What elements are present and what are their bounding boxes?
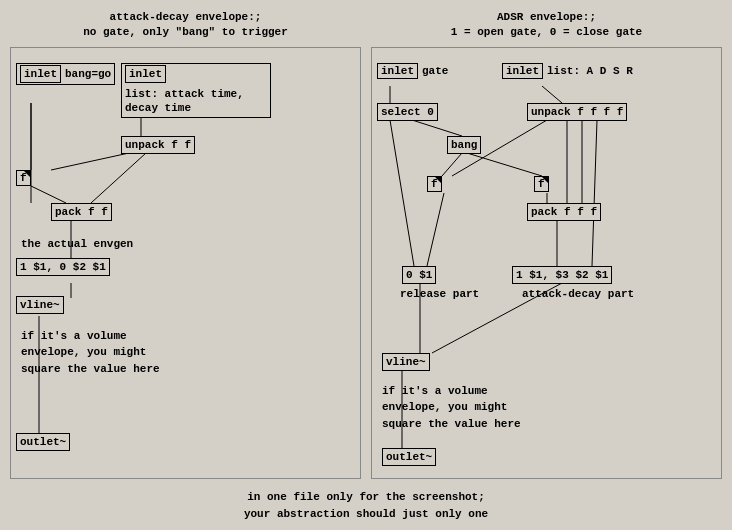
svg-line-5	[31, 186, 66, 203]
right-title-line2: 1 = open gate, 0 = close gate	[451, 26, 642, 38]
right-inlet2-label: inlet	[502, 63, 543, 79]
left-panel-title: attack-decay envelope:; no gate, only "b…	[10, 10, 361, 41]
right-vline: vline~	[382, 353, 430, 371]
footer: in one file only for the screenshot; you…	[244, 484, 488, 530]
svg-line-4	[91, 153, 146, 203]
footer-line1: in one file only for the screenshot;	[247, 491, 485, 503]
svg-line-11	[412, 120, 462, 136]
left-title-line1: attack-decay envelope:;	[110, 11, 262, 23]
left-pack: pack f f	[51, 203, 112, 221]
right-patch-area: inlet gate inlet list: A D S R select 0 …	[371, 47, 722, 479]
svg-line-18	[592, 120, 597, 266]
svg-line-3	[51, 153, 129, 170]
left-panel: attack-decay envelope:; no gate, only "b…	[10, 10, 361, 479]
left-title-line2: no gate, only "bang" to trigger	[83, 26, 288, 38]
right-msg1: 0 $1	[402, 266, 436, 284]
right-panel: ADSR envelope:; 1 = open gate, 0 = close…	[371, 10, 722, 479]
right-unpack: unpack f f f f	[527, 103, 627, 121]
left-inlet2-desc: list: attack time,decay time	[125, 87, 244, 116]
left-patch-area: inlet bang=go inlet list: attack time,de…	[10, 47, 361, 479]
right-inlet1-desc: gate	[422, 65, 448, 77]
right-pack: pack f f f	[527, 203, 601, 221]
right-inlet2: inlet list: A D S R	[502, 63, 633, 79]
left-inlet2-label: inlet	[125, 65, 166, 83]
right-f1: f	[427, 176, 442, 192]
right-inlet2-desc: list: A D S R	[547, 65, 633, 77]
footer-line2: your abstraction should just only one	[244, 508, 488, 520]
right-f2: f	[534, 176, 549, 192]
left-comment1: the actual envgen	[21, 238, 133, 250]
right-comment-attack: attack-decay part	[522, 288, 634, 300]
svg-line-12	[542, 86, 562, 103]
right-bang: bang	[447, 136, 481, 154]
left-inlet1-label: inlet	[20, 65, 61, 83]
right-select0: select 0	[377, 103, 438, 121]
svg-line-14	[442, 153, 462, 176]
left-inlet1-desc: bang=go	[65, 67, 111, 81]
right-inlet1-label: inlet	[377, 63, 418, 79]
left-f1: f	[16, 170, 31, 186]
right-comment2: if it's a volumeenvelope, you mightsquar…	[382, 383, 521, 433]
right-outlet: outlet~	[382, 448, 436, 466]
left-inlet1: inlet bang=go	[16, 63, 115, 85]
left-inlet2: inlet list: attack time,decay time	[121, 63, 271, 118]
left-comment2: if it's a volumeenvelope, you mightsquar…	[21, 328, 160, 378]
right-inlet1: inlet gate	[377, 63, 448, 79]
right-title-line1: ADSR envelope:;	[497, 11, 596, 23]
svg-line-10	[390, 120, 414, 266]
left-vline: vline~	[16, 296, 64, 314]
main-area: attack-decay envelope:; no gate, only "b…	[0, 0, 732, 484]
left-outlet: outlet~	[16, 433, 70, 451]
svg-line-13	[467, 153, 542, 176]
right-msg2: 1 $1, $3 $2 $1	[512, 266, 612, 284]
left-unpack: unpack f f	[121, 136, 195, 154]
svg-line-19	[427, 193, 444, 266]
right-comment-release: release part	[400, 288, 479, 300]
left-msg: 1 $1, 0 $2 $1	[16, 258, 110, 276]
right-panel-title: ADSR envelope:; 1 = open gate, 0 = close…	[371, 10, 722, 41]
